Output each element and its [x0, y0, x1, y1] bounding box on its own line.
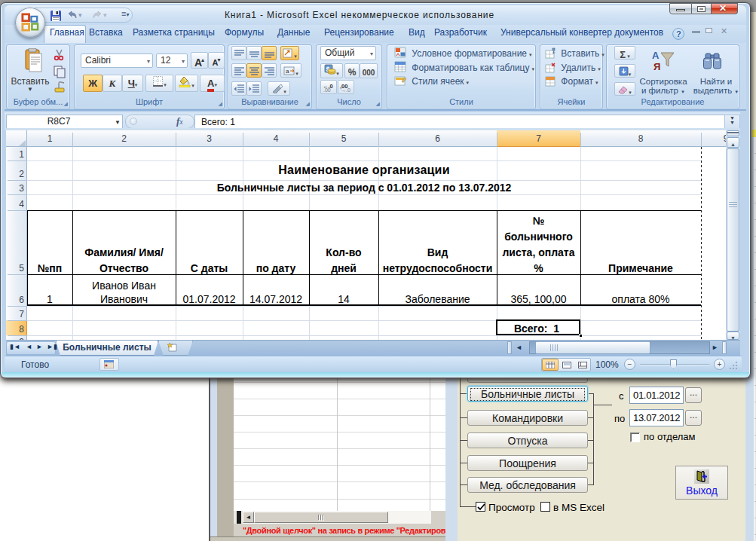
- svg-text:А: А: [652, 50, 660, 61]
- svg-text:а: а: [286, 68, 289, 75]
- svg-text:→,0: →,0: [341, 87, 350, 92]
- svg-text:Я: Я: [653, 61, 660, 72]
- svg-text:,00: ,00: [323, 87, 331, 92]
